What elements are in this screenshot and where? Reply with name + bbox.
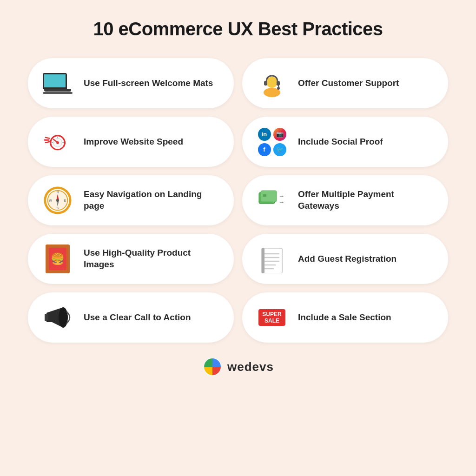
page-title: 10 eCommerce UX Best Practices	[93, 19, 383, 40]
laptop-icon	[41, 66, 74, 100]
instagram-icon: 📷	[273, 128, 286, 141]
card-cta: Use a Clear Call to Action	[28, 292, 234, 343]
compass-icon: N S E W	[41, 184, 74, 217]
svg-rect-39	[45, 314, 48, 321]
svg-text:→: →	[278, 198, 284, 205]
card-customer-support: Offer Customer Support	[242, 58, 448, 108]
svg-point-4	[277, 87, 280, 90]
card-product-images-text: Use High-Quality Product Images	[84, 247, 221, 270]
svg-point-23	[56, 199, 59, 202]
cards-grid: Use Full-screen Welcome Mats Offer Custo…	[28, 58, 448, 343]
card-guest-reg: Add Guest Registration	[242, 234, 448, 284]
svg-point-1	[266, 77, 278, 88]
svg-point-11	[56, 141, 59, 144]
speedometer-icon	[41, 125, 74, 159]
svg-text:W: W	[49, 199, 52, 202]
svg-rect-2	[264, 81, 267, 86]
sale-badge-icon: SUPERSALE	[255, 301, 289, 334]
card-social-proof: in 📷 f 🐦 Include Social Proof	[242, 117, 448, 167]
card-website-speed-text: Improve Website Speed	[84, 136, 183, 148]
megaphone-icon	[41, 301, 74, 334]
facebook-icon: f	[258, 143, 271, 156]
svg-text:N: N	[57, 191, 59, 194]
card-website-speed: Improve Website Speed	[28, 117, 234, 167]
card-easy-nav: N S E W Easy Navigation on Landing page	[28, 175, 234, 225]
card-payment: → → Offer Multiple Payment Gateways	[242, 175, 448, 225]
twitter-icon: 🐦	[273, 143, 286, 156]
footer: wedevs	[202, 357, 274, 377]
svg-text:S: S	[57, 206, 59, 210]
card-sale-text: Include a Sale Section	[298, 312, 391, 324]
social-icons-icon: in 📷 f 🐦	[255, 125, 289, 159]
registration-icon	[255, 242, 289, 276]
svg-point-38	[59, 307, 68, 328]
card-customer-support-text: Offer Customer Support	[298, 78, 399, 89]
card-full-screen: Use Full-screen Welcome Mats	[28, 58, 234, 108]
card-guest-reg-text: Add Guest Registration	[298, 253, 397, 265]
payment-icon: → →	[255, 184, 289, 217]
card-easy-nav-text: Easy Navigation on Landing page	[84, 189, 221, 212]
card-full-screen-text: Use Full-screen Welcome Mats	[84, 78, 213, 89]
card-payment-text: Offer Multiple Payment Gateways	[298, 189, 435, 212]
sale-label: SUPERSALE	[258, 309, 285, 326]
card-sale: SUPERSALE Include a Sale Section	[242, 292, 448, 343]
card-cta-text: Use a Clear Call to Action	[84, 312, 191, 324]
linkedin-icon: in	[258, 128, 271, 141]
headset-icon	[255, 66, 289, 100]
svg-rect-26	[263, 194, 266, 197]
product-book-icon: 🍔	[41, 242, 74, 276]
svg-line-7	[46, 142, 49, 143]
svg-text:E: E	[64, 199, 66, 202]
svg-line-6	[46, 138, 49, 139]
card-social-proof-text: Include Social Proof	[298, 136, 383, 148]
brand-name: wedevs	[227, 360, 274, 374]
card-product-images: 🍔 Use High-Quality Product Images	[28, 234, 234, 284]
svg-rect-36	[262, 248, 264, 273]
